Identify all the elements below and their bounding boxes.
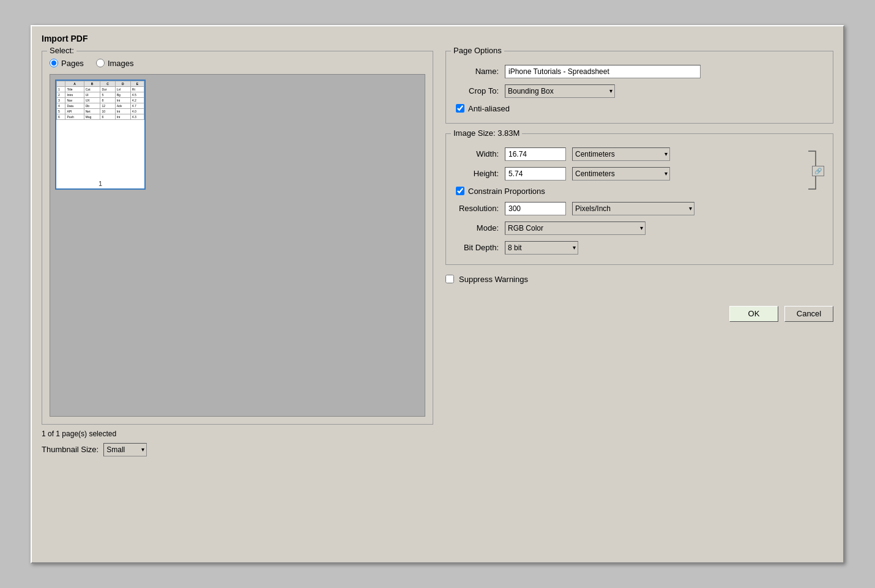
anti-aliased-label: Anti-aliased	[468, 104, 510, 113]
height-input[interactable]	[505, 167, 566, 180]
height-row: Height: Centimeters Inches Millimeters P…	[456, 167, 799, 180]
select-group: Select: Pages Images ABC	[42, 51, 433, 425]
dialog-footer: OK Cancel	[445, 306, 833, 322]
name-row: Name:	[456, 65, 823, 78]
constrain-checkbox[interactable]	[456, 187, 464, 195]
thumbnail-number: 1	[99, 178, 102, 188]
anti-aliased-checkbox[interactable]	[456, 104, 464, 113]
pages-radio-label[interactable]: Pages	[50, 59, 84, 68]
crop-label: Crop To:	[456, 86, 499, 95]
select-group-title: Select:	[47, 46, 76, 55]
image-size-group: Image Size: 3.83M Width: Centimeters Inc…	[445, 133, 833, 265]
anti-aliased-row: Anti-aliased	[456, 104, 823, 113]
status-text: 1 of 1 page(s) selected	[42, 430, 433, 438]
height-unit-select-wrapper[interactable]: Centimeters Inches Millimeters Points Pi…	[572, 167, 670, 180]
height-label: Height:	[456, 169, 499, 178]
resolution-row: Resolution: Pixels/Inch Pixels/Centimete…	[456, 202, 823, 215]
thumbnail-item[interactable]: ABCDE 1TitleCatDurLvlRt 2IntroUI5Bg4.5 3…	[55, 80, 146, 190]
constrain-label: Constrain Proportions	[468, 187, 545, 196]
page-options-group: Page Options Name: Crop To: Bounding Box…	[445, 51, 833, 124]
left-panel: Select: Pages Images ABC	[42, 51, 433, 456]
bitdepth-label: Bit Depth:	[456, 243, 499, 252]
dialog-title: Import PDF	[42, 34, 833, 43]
size-rows-wrapper: Width: Centimeters Inches Millimeters Po…	[456, 147, 823, 180]
pages-radio[interactable]	[50, 59, 58, 67]
ok-button[interactable]: OK	[729, 306, 778, 322]
radio-row: Pages Images	[50, 59, 425, 68]
thumbnail-size-row: Thumbnail Size: Small Medium Large ▾	[42, 443, 433, 456]
height-unit-select[interactable]: Centimeters Inches Millimeters Points Pi…	[572, 167, 670, 180]
resolution-label: Resolution:	[456, 204, 499, 213]
mode-select[interactable]: RGB Color CMYK Color Grayscale Lab Color	[505, 221, 646, 235]
link-icon: 🔗	[812, 166, 824, 176]
constrain-row: Constrain Proportions	[456, 187, 823, 196]
mode-select-wrapper[interactable]: RGB Color CMYK Color Grayscale Lab Color…	[505, 221, 646, 235]
right-panel: Page Options Name: Crop To: Bounding Box…	[445, 51, 833, 456]
suppress-row: Suppress Warnings	[445, 275, 833, 284]
thumbnail-size-label: Thumbnail Size:	[42, 445, 99, 454]
pages-label: Pages	[61, 59, 84, 68]
suppress-warnings-label: Suppress Warnings	[459, 275, 528, 284]
thumbnail-size-select-wrapper[interactable]: Small Medium Large ▾	[103, 443, 147, 456]
width-unit-select-wrapper[interactable]: Centimeters Inches Millimeters Points Pi…	[572, 147, 670, 161]
cancel-button[interactable]: Cancel	[784, 306, 833, 322]
resolution-unit-select[interactable]: Pixels/Inch Pixels/Centimeter	[572, 202, 694, 215]
thumbnail-area: ABCDE 1TitleCatDurLvlRt 2IntroUI5Bg4.5 3…	[50, 74, 425, 417]
bitdepth-select[interactable]: 8 bit 16 bit 32 bit	[505, 241, 578, 255]
width-label: Width:	[456, 149, 499, 158]
constrain-link-bracket: 🔗 🔗	[807, 150, 821, 190]
page-options-title: Page Options	[451, 46, 504, 55]
import-pdf-dialog: Import PDF Select: Pages Images	[31, 25, 844, 564]
resolution-input[interactable]	[505, 202, 566, 215]
images-radio-label[interactable]: Images	[96, 59, 134, 68]
crop-row: Crop To: Bounding Box Media Box Crop Box…	[456, 84, 823, 98]
images-label: Images	[108, 59, 134, 68]
thumbnail-size-select[interactable]: Small Medium Large	[103, 443, 147, 456]
crop-select-wrapper[interactable]: Bounding Box Media Box Crop Box Bleed Bo…	[505, 84, 615, 98]
images-radio[interactable]	[96, 59, 105, 67]
mode-row: Mode: RGB Color CMYK Color Grayscale Lab…	[456, 221, 823, 235]
name-label: Name:	[456, 67, 499, 76]
width-unit-select[interactable]: Centimeters Inches Millimeters Points Pi…	[572, 147, 670, 161]
resolution-unit-select-wrapper[interactable]: Pixels/Inch Pixels/Centimeter ▾	[572, 202, 694, 215]
bitdepth-row: Bit Depth: 8 bit 16 bit 32 bit ▾	[456, 241, 823, 255]
name-input[interactable]	[505, 65, 701, 78]
crop-select[interactable]: Bounding Box Media Box Crop Box Bleed Bo…	[505, 84, 615, 98]
suppress-warnings-checkbox[interactable]	[445, 275, 454, 283]
width-row: Width: Centimeters Inches Millimeters Po…	[456, 147, 799, 161]
image-size-title: Image Size: 3.83M	[451, 128, 522, 138]
mode-label: Mode:	[456, 223, 499, 233]
thumbnail-content: ABCDE 1TitleCatDurLvlRt 2IntroUI5Bg4.5 3…	[56, 81, 144, 178]
width-input[interactable]	[505, 147, 566, 161]
bitdepth-select-wrapper[interactable]: 8 bit 16 bit 32 bit ▾	[505, 241, 578, 255]
